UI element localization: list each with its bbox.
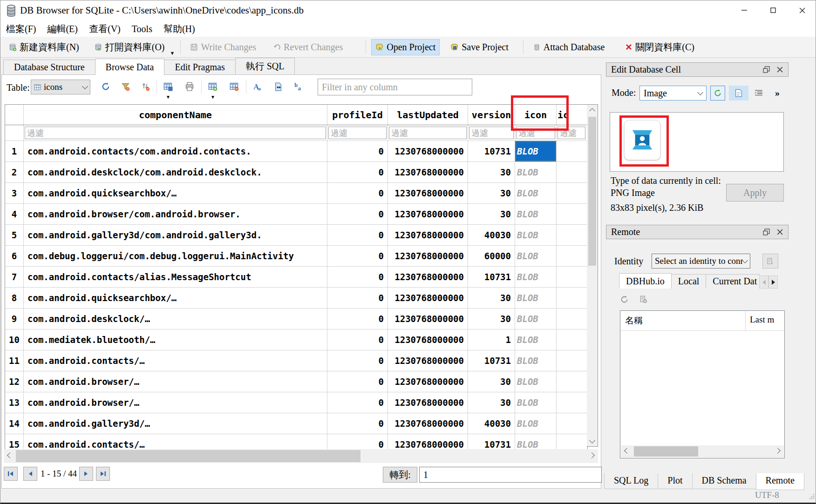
scroll-left-button[interactable] [621,445,632,457]
resize-grip-icon[interactable] [808,493,815,499]
maximize-button[interactable] [759,0,788,20]
column-header-componentName[interactable]: componentName [24,105,327,125]
cell-lastUpdated[interactable]: 1230768000000 [388,141,468,161]
column-header-version[interactable]: version [468,105,515,125]
scroll-up-button[interactable] [587,105,598,115]
last-page-button[interactable] [96,467,110,481]
scroll-right-button[interactable] [773,445,784,457]
cell-lastUpdated[interactable]: 1230768000000 [388,288,468,308]
cell-profileId[interactable]: 0 [327,392,388,413]
cell-profileId[interactable]: 0 [327,309,388,329]
tab-execute-sql[interactable]: 執行 SQL [235,58,295,75]
cell-icon-blob[interactable]: BLOB [515,183,557,203]
row-number[interactable]: 12 [5,371,24,392]
tab-edit-pragmas[interactable]: Edit Pragmas [164,60,235,75]
remote-tab-current-database[interactable]: Current Dat [706,274,760,289]
column-header-profileId[interactable]: profileId [327,105,388,125]
filter-cell-version[interactable]: 過濾 [468,125,515,141]
row-number[interactable]: 6 [5,246,24,266]
remote-list-column-last-modified[interactable]: Last m [750,315,783,325]
refresh-button[interactable] [100,81,112,93]
cell-overflow[interactable] [557,162,586,182]
remote-list-column-name[interactable]: 名稱 [625,315,643,327]
cell-lastUpdated[interactable]: 1230768000000 [388,267,468,287]
cell-version[interactable]: 1 [468,329,515,350]
row-number[interactable]: 14 [5,413,24,434]
import-certificate-button[interactable] [762,254,778,269]
revert-changes-button[interactable]: Revert Changes [269,39,347,55]
mode-selector[interactable]: Image [639,86,707,101]
cell-lastUpdated[interactable]: 1230768000000 [388,392,468,413]
filter-cell-lastUpdated[interactable]: 過濾 [388,125,468,141]
cell-version[interactable]: 30 [468,162,515,182]
cell-lastUpdated[interactable]: 1230768000000 [388,371,468,392]
row-number[interactable]: 4 [5,204,24,224]
close-panel-icon[interactable] [776,228,783,235]
clear-filters-button[interactable] [119,81,131,93]
save-project-button[interactable]: Save Project [446,39,513,55]
cell-lastUpdated[interactable]: 1230768000000 [388,413,468,434]
cell-componentName[interactable]: com.android.contacts/com.android.contact… [24,141,327,161]
open-database-dropdown-icon[interactable]: ▼ [170,50,175,56]
delete-record-button[interactable] [228,81,240,93]
cell-overflow[interactable] [557,288,586,308]
print-button[interactable] [184,81,196,93]
text-view-toggle[interactable] [752,86,765,101]
cell-componentName[interactable]: com.android.browser/com.android.browser. [24,204,327,224]
horizontal-scroll-thumb[interactable] [634,446,698,457]
menu-file[interactable]: 檔案(F) [0,22,41,36]
cell-icon-blob[interactable]: BLOB [515,246,557,266]
cell-lastUpdated[interactable]: 1230768000000 [388,350,468,371]
first-page-button[interactable] [4,467,18,481]
filter-input-version[interactable]: 過濾 [469,127,514,139]
cell-overflow[interactable] [557,413,586,434]
vertical-scroll-thumb[interactable] [588,117,596,266]
tab-database-structure[interactable]: Database Structure [3,60,95,75]
cell-version[interactable]: 30 [468,204,515,224]
cell-lastUpdated[interactable]: 1230768000000 [388,329,468,350]
cell-componentName[interactable]: com.android.contacts/… [24,350,327,371]
write-changes-button[interactable]: Write Changes [186,39,260,55]
cell-version[interactable]: 10731 [468,267,515,287]
row-number[interactable]: 9 [5,309,24,329]
remote-database-list[interactable]: 名稱 Last m [620,310,785,458]
cell-profileId[interactable]: 0 [327,162,388,182]
cell-profileId[interactable]: 0 [327,371,388,392]
cell-profileId[interactable]: 0 [327,329,388,350]
dock-tab-remote[interactable]: Remote [756,473,804,490]
cell-version[interactable]: 10731 [468,350,515,371]
cell-lastUpdated[interactable]: 1230768000000 [388,246,468,266]
close-window-button[interactable] [788,0,816,20]
remote-refresh-icon[interactable] [620,295,629,304]
cell-version[interactable]: 30 [468,371,515,392]
cell-icon-blob-selected[interactable]: BLOB [515,141,557,161]
cell-version[interactable]: 10731 [468,141,515,161]
filter-any-column-input[interactable] [318,79,472,95]
cell-overflow[interactable] [557,204,586,224]
scroll-left-button[interactable] [4,449,15,463]
cell-componentName[interactable]: com.android.gallery3d/… [24,413,327,434]
table-selector[interactable]: icons [31,80,90,94]
encoding-indicator[interactable]: UTF-8 [755,490,779,500]
cell-icon-blob[interactable]: BLOB [515,309,557,329]
tab-scroll-right-button[interactable] [768,276,778,289]
cell-icon-blob[interactable]: BLOB [515,329,557,350]
cell-version[interactable]: 30 [468,309,515,329]
filter-input-profileId[interactable]: 過濾 [328,127,387,139]
minimize-button[interactable] [730,0,759,20]
cell-componentName[interactable]: com.android.browser/… [24,392,327,413]
cell-profileId[interactable]: 0 [327,413,388,434]
identity-selector[interactable]: Select an identity to conne [652,254,750,269]
cell-version[interactable]: 40030 [468,413,515,434]
cell-componentName[interactable]: com.android.quicksearchbox/… [24,288,327,308]
cell-version[interactable]: 30 [468,183,515,203]
cell-profileId[interactable]: 0 [327,141,388,161]
row-number[interactable]: 13 [5,392,24,413]
grid-vertical-scrollbar[interactable] [587,104,598,447]
cell-componentName[interactable]: com.android.contacts/alias.MessageShortc… [24,267,327,287]
cell-lastUpdated[interactable]: 1230768000000 [388,225,468,245]
scroll-right-button[interactable] [587,449,598,463]
cell-overflow[interactable] [557,225,586,245]
cell-profileId[interactable]: 0 [327,225,388,245]
insert-record-button[interactable] [207,81,219,93]
